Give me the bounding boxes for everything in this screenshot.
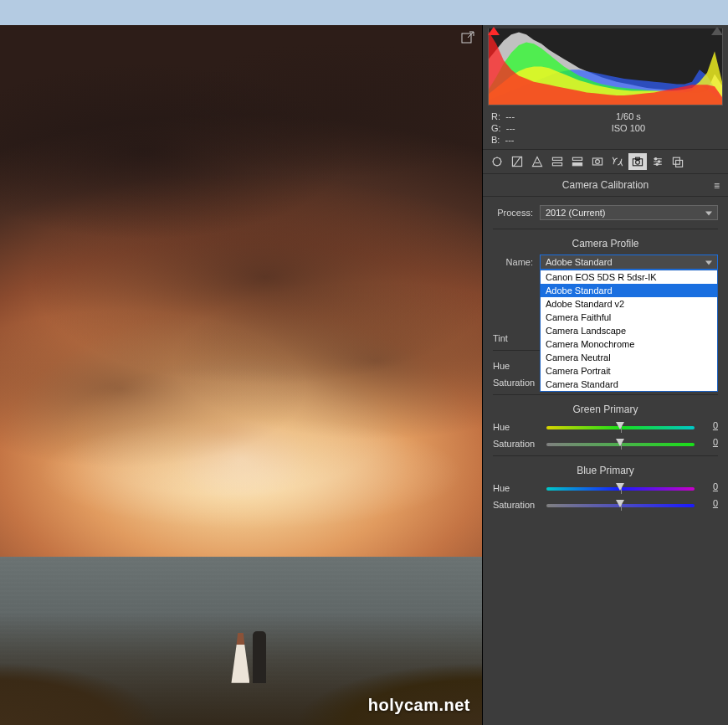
profile-name-value: Adobe Standard [546, 257, 613, 267]
profile-option[interactable]: Canon EOS 5DS R 5dsr-IK [541, 270, 717, 284]
panel-title-bar: Camera Calibration ≡ [483, 174, 728, 197]
histogram-area [483, 25, 728, 105]
process-value: 2012 (Current) [546, 208, 606, 218]
watermark: holycam.net [368, 696, 470, 715]
exposure-readout: 1/60 s ISO 100 [537, 111, 720, 146]
tab-hsl-icon[interactable] [548, 153, 567, 170]
b-value: --- [505, 135, 515, 145]
tab-basic-icon[interactable] [488, 153, 506, 170]
panel-title: Camera Calibration [562, 179, 649, 191]
svg-rect-15 [673, 157, 679, 164]
shadows-tint-label: Tint [493, 333, 546, 343]
blue-saturation-slider[interactable]: 0 [546, 498, 718, 512]
svg-rect-5 [572, 157, 582, 160]
profile-option[interactable]: Camera Neutral [541, 351, 717, 364]
tab-split-toning-icon[interactable] [568, 153, 587, 170]
svg-point-12 [654, 158, 656, 160]
green-saturation-label: Saturation [493, 439, 546, 449]
open-new-window-icon[interactable] [460, 33, 475, 48]
g-label: G: [491, 123, 501, 133]
profile-name-row: Name: Adobe Standard Canon EOS 5DS R 5ds… [493, 255, 718, 270]
photo-preview[interactable] [0, 25, 482, 725]
tab-camera-calibration-icon[interactable] [628, 153, 647, 170]
blue-hue-label: Hue [493, 483, 546, 493]
shutter-speed: 1/60 s [537, 111, 720, 122]
tab-snapshots-icon[interactable] [669, 153, 687, 170]
green-hue-label: Hue [493, 422, 546, 432]
profile-option[interactable]: Camera Portrait [541, 364, 717, 378]
subjects [231, 618, 266, 683]
process-section: Process: 2012 (Current) Camera Profile N… [483, 197, 728, 518]
tab-effects-icon[interactable] [608, 153, 627, 170]
r-label: R: [491, 111, 500, 121]
svg-rect-4 [552, 163, 561, 166]
svg-point-8 [596, 160, 600, 164]
green-hue-value: 0 [700, 420, 718, 430]
highlight-clipping-icon[interactable] [711, 27, 723, 35]
process-select[interactable]: 2012 (Current) [540, 205, 718, 220]
blue-hue-slider[interactable]: 0 [546, 481, 718, 495]
exif-readout: R: --- G: --- B: --- 1/60 s ISO 100 [483, 105, 728, 150]
right-panel: R: --- G: --- B: --- 1/60 s ISO 100 Came… [482, 25, 728, 725]
preview-toolbar [460, 30, 475, 49]
svg-point-14 [656, 163, 658, 165]
green-saturation-slider[interactable]: 0 [546, 437, 718, 450]
profile-name-select[interactable]: Adobe Standard [540, 255, 718, 270]
panel-menu-icon[interactable]: ≡ [714, 180, 721, 192]
green-hue-slider[interactable]: 0 [546, 420, 718, 434]
r-value: --- [505, 111, 515, 121]
svg-rect-6 [572, 163, 582, 166]
profile-option[interactable]: Camera Standard [541, 378, 717, 391]
rgb-readout: R: --- G: --- B: --- [491, 111, 515, 146]
histogram[interactable] [488, 28, 723, 105]
process-label: Process: [493, 208, 533, 218]
camera-profile-heading: Camera Profile [493, 238, 718, 249]
svg-rect-3 [552, 157, 561, 160]
profile-option[interactable]: Adobe Standard v2 [541, 297, 717, 311]
g-value: --- [506, 123, 515, 133]
profile-option[interactable]: Camera Faithful [541, 311, 717, 324]
svg-rect-16 [676, 160, 683, 167]
red-saturation-label: Saturation [493, 378, 546, 388]
shadow-clipping-icon[interactable] [488, 27, 500, 35]
profile-option[interactable]: Camera Monochrome [541, 337, 717, 351]
blue-saturation-label: Saturation [493, 500, 546, 510]
b-label: B: [491, 135, 500, 145]
profile-option[interactable]: Adobe Standard [541, 284, 717, 297]
profile-name-dropdown[interactable]: Canon EOS 5DS R 5dsr-IKAdobe StandardAdo… [540, 270, 718, 392]
tab-lens-corrections-icon[interactable] [588, 153, 607, 170]
profile-option[interactable]: Camera Landscape [541, 324, 717, 337]
svg-point-10 [636, 160, 640, 164]
profile-name-label: Name: [493, 257, 533, 267]
red-hue-label: Hue [493, 361, 546, 371]
green-saturation-value: 0 [700, 437, 718, 447]
svg-point-13 [658, 161, 659, 162]
tab-detail-icon[interactable] [528, 153, 546, 170]
blue-saturation-value: 0 [700, 498, 718, 508]
camera-raw-window: holycam.net R: --- G: --- B: --- 1/60 s … [0, 25, 728, 725]
svg-rect-0 [462, 33, 471, 43]
blue-primary-heading: Blue Primary [493, 465, 718, 476]
green-primary-heading: Green Primary [493, 404, 718, 415]
tab-presets-icon[interactable] [649, 153, 667, 170]
panel-tab-strip [483, 150, 728, 174]
tab-tone-curve-icon[interactable] [508, 153, 526, 170]
image-preview-pane: holycam.net [0, 25, 482, 725]
iso-value: ISO 100 [537, 122, 720, 134]
blue-hue-value: 0 [700, 481, 718, 491]
